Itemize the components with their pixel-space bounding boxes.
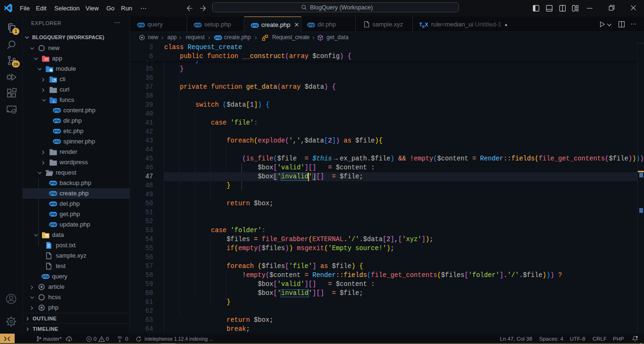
svg-text:x: x	[54, 101, 56, 103]
